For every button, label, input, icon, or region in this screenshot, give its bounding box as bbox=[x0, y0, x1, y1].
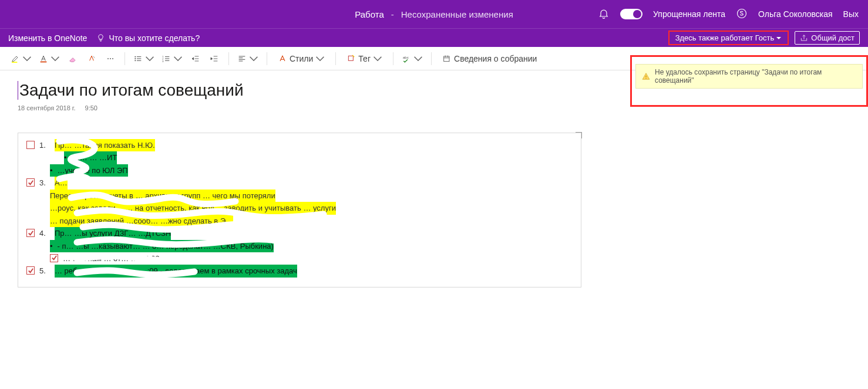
clear-formatting-button[interactable] bbox=[65, 50, 81, 67]
todo-checkbox[interactable] bbox=[26, 178, 35, 187]
list-item-text[interactable]: Пр… …ы услуги ДЗГ… …ДТСЗН bbox=[55, 227, 171, 239]
list-item-text[interactable]: … … к нам … от… … 24.09 bbox=[63, 252, 160, 265]
list-item-text[interactable]: - п… …ы …казывают… … о… переделат… …СКВ,… bbox=[50, 240, 274, 252]
svg-point-4 bbox=[110, 58, 111, 59]
svg-rect-16 bbox=[645, 78, 646, 79]
chevron-down-icon bbox=[776, 35, 782, 41]
decrease-indent-button[interactable] bbox=[187, 50, 204, 67]
coauthor-indicator[interactable]: Здесь также работает Гость bbox=[668, 31, 789, 45]
user-name[interactable]: Ольга Соколовская bbox=[758, 9, 833, 19]
list-item[interactable]: 5.… ребенка … …схем… …:09 - доделываем в… bbox=[26, 265, 573, 277]
list-item-text[interactable]: Пр… …тания показать Н.Ю. bbox=[55, 139, 155, 151]
list-item[interactable]: 3.А… bbox=[26, 177, 573, 189]
list-item-text[interactable]: … ребенка … …схем… …:09 - доделываем в р… bbox=[55, 265, 297, 277]
list-item[interactable]: …роус, как заводи… … на отчетность, как … bbox=[26, 202, 573, 214]
numbered-list-button[interactable]: 123 bbox=[159, 50, 185, 67]
svg-point-5 bbox=[112, 58, 113, 59]
tell-me-search[interactable]: Что вы хотите сделать? bbox=[96, 33, 200, 43]
simplified-ribbon-label: Упрощенная лента bbox=[653, 9, 725, 19]
highlighter-icon bbox=[11, 54, 20, 63]
list-item[interactable]: 4.Пр… …ы услуги ДЗГ… …ДТСЗН bbox=[26, 227, 573, 239]
notebook-name[interactable]: Работа bbox=[355, 9, 384, 19]
numbering-icon: 123 bbox=[162, 54, 171, 63]
edit-in-onenote-button[interactable]: Изменить в OneNote bbox=[8, 33, 87, 43]
styles-label: Стили bbox=[290, 54, 313, 63]
menu-bar: Изменить в OneNote Что вы хотите сделать… bbox=[0, 28, 868, 47]
font-color-icon bbox=[39, 54, 48, 63]
increase-indent-button[interactable] bbox=[206, 50, 223, 67]
list-item[interactable]: Пересмотреть отчеты в … архивных групп …… bbox=[26, 190, 573, 202]
ellipsis-icon bbox=[106, 54, 115, 63]
list-item-text[interactable]: …учение по ЮЛ ЭП bbox=[50, 164, 128, 177]
divider bbox=[228, 52, 229, 65]
title-center: Работа - Несохраненные изменения bbox=[355, 9, 513, 19]
list-item[interactable]: 1.Пр… …тания показать Н.Ю. bbox=[26, 139, 573, 151]
list-item-text[interactable]: … подачи заявлений …сооб… …жно сделать в… bbox=[50, 215, 233, 227]
chevron-down-icon bbox=[173, 54, 183, 63]
chevron-down-icon bbox=[22, 54, 32, 63]
todo-checkbox[interactable] bbox=[26, 229, 35, 237]
chevron-down-icon bbox=[413, 54, 423, 63]
list-item-text[interactable]: Пересмотреть отчеты в … архивных групп …… bbox=[50, 190, 275, 202]
list-item[interactable]: … подачи заявлений …сооб… …жно сделать в… bbox=[26, 215, 573, 227]
page-date: 18 сентября 2018 г. bbox=[18, 104, 76, 111]
share-label: Общий дост bbox=[811, 33, 854, 42]
list-item[interactable]: - п… …ы …казывают… … о… переделат… …СКВ,… bbox=[26, 240, 573, 252]
todo-checkbox[interactable] bbox=[26, 141, 35, 149]
svg-rect-2 bbox=[41, 61, 47, 62]
tags-button[interactable]: Тег bbox=[342, 50, 387, 67]
chevron-down-icon bbox=[145, 54, 154, 63]
tag-icon bbox=[346, 54, 356, 63]
font-color-button[interactable] bbox=[36, 50, 62, 67]
highlight-color-button[interactable] bbox=[8, 50, 34, 67]
tell-me-label: Что вы хотите сделать? bbox=[109, 33, 200, 43]
svg-rect-15 bbox=[645, 76, 646, 77]
bullets-icon bbox=[133, 54, 143, 63]
title-right: Упрощенная лента Ольга Соколовская Вых bbox=[598, 8, 859, 21]
list-item-text[interactable]: А… bbox=[55, 177, 68, 189]
svg-point-3 bbox=[107, 58, 109, 59]
svg-text:abc: abc bbox=[403, 56, 409, 59]
list-item[interactable]: …учение по ЮЛ ЭП bbox=[26, 164, 573, 177]
outdent-icon bbox=[191, 54, 200, 63]
list-number: 4. bbox=[39, 227, 50, 239]
tags-label: Тег bbox=[358, 54, 371, 63]
simplified-ribbon-toggle[interactable] bbox=[620, 9, 642, 19]
note-container[interactable]: 1.Пр… …тания показать Н.Ю.пр… … …ИТ…учен… bbox=[18, 133, 581, 287]
more-formatting-button[interactable] bbox=[102, 50, 119, 67]
svg-rect-1 bbox=[12, 62, 17, 63]
svg-rect-14 bbox=[444, 56, 449, 62]
bullet-list-button[interactable] bbox=[131, 50, 157, 67]
meeting-details-button[interactable]: Сведения о собрании bbox=[438, 50, 541, 67]
paragraph-alignment-button[interactable] bbox=[235, 50, 261, 67]
list-item[interactable]: … … к нам … от… … 24.09 bbox=[26, 252, 573, 265]
share-icon bbox=[800, 34, 808, 42]
svg-point-6 bbox=[134, 56, 136, 57]
save-error-text: Не удалось сохранить страницу "Задачи по… bbox=[655, 68, 856, 84]
share-button[interactable]: Общий дост bbox=[795, 31, 860, 45]
list-item-text[interactable]: пр… … …ИТ bbox=[64, 151, 117, 164]
svg-point-8 bbox=[134, 60, 136, 61]
divider bbox=[393, 52, 393, 65]
list-number: 5. bbox=[39, 265, 50, 277]
todo-checkbox[interactable] bbox=[50, 254, 58, 262]
lightbulb-icon bbox=[96, 33, 105, 42]
indent-icon bbox=[210, 54, 219, 63]
signout-link[interactable]: Вых bbox=[843, 9, 859, 19]
format-painter-icon bbox=[87, 54, 96, 63]
styles-button[interactable]: Стили bbox=[273, 50, 329, 67]
svg-rect-12 bbox=[349, 56, 354, 60]
save-error-bar[interactable]: Не удалось сохранить страницу "Задачи по… bbox=[635, 64, 863, 89]
spellcheck-button[interactable]: abc bbox=[399, 50, 425, 67]
notifications-icon[interactable] bbox=[598, 8, 610, 21]
format-painter-button[interactable] bbox=[83, 50, 100, 67]
title-dash: - bbox=[391, 9, 394, 19]
list-number: 3. bbox=[39, 177, 50, 189]
list-item-text[interactable]: …роус, как заводи… … на отчетность, как … bbox=[50, 202, 336, 214]
chevron-down-icon bbox=[51, 54, 60, 63]
chevron-down-icon bbox=[249, 54, 258, 63]
list-item[interactable]: пр… … …ИТ bbox=[26, 151, 573, 164]
skype-icon[interactable] bbox=[736, 8, 748, 21]
warning-icon bbox=[642, 72, 650, 80]
todo-checkbox[interactable] bbox=[26, 266, 35, 275]
